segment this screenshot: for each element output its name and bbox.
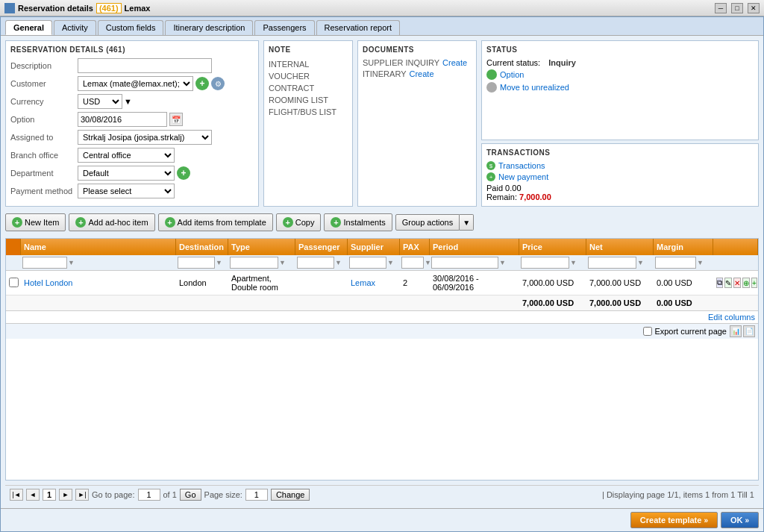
export-pdf-icon[interactable]: 📄	[743, 325, 755, 337]
total-price: 7,000.00 USD	[519, 295, 586, 310]
documents-panel: DOCUMENTS SUPPLIER INQUIRY Create ITINER…	[357, 40, 477, 207]
th-price: Price	[519, 239, 586, 255]
customer-settings-button[interactable]: ⚙	[211, 77, 225, 90]
customer-label: Customer	[10, 79, 78, 88]
filter-margin-input[interactable]	[655, 257, 696, 269]
go-to-page-input[interactable]	[138, 489, 160, 501]
filter-name-input[interactable]	[22, 257, 67, 269]
filter-period-input[interactable]	[431, 257, 498, 269]
close-button[interactable]: ✕	[748, 3, 760, 13]
tab-custom-fields[interactable]: Custom fields	[98, 20, 164, 35]
supplier-link[interactable]: Lemax	[351, 278, 375, 287]
new-item-button[interactable]: + New Item	[5, 213, 66, 231]
tab-activity[interactable]: Activity	[54, 20, 96, 35]
description-row: Description	[10, 58, 254, 73]
last-page-button[interactable]: ►|	[75, 489, 89, 501]
current-status-value: Inquiry	[548, 58, 576, 67]
tab-passengers[interactable]: Passengers	[254, 20, 314, 35]
row-checkbox[interactable]	[9, 278, 19, 287]
option-link[interactable]: Option	[500, 70, 524, 79]
filter-period-cell: ▼	[430, 255, 519, 270]
calendar-icon[interactable]: 📅	[169, 113, 183, 126]
filter-name-icon[interactable]: ▼	[68, 259, 75, 266]
filter-price-input[interactable]	[521, 257, 569, 269]
add-customer-button[interactable]: +	[195, 77, 209, 90]
note-contract[interactable]: CONTRACT	[269, 82, 348, 94]
transactions-link[interactable]: Transactions	[498, 161, 545, 170]
edit-columns-link[interactable]: Edit columns	[708, 313, 755, 322]
filter-net-icon[interactable]: ▼	[637, 259, 644, 266]
payment-method-label: Payment method	[10, 187, 78, 195]
filter-supp-icon[interactable]: ▼	[387, 259, 394, 266]
note-flight[interactable]: FLIGHT/BUS LIST	[269, 106, 348, 118]
edit-row-icon[interactable]: ✎	[724, 278, 732, 288]
extra-row-icon[interactable]: +	[751, 278, 757, 288]
filter-pass-icon[interactable]: ▼	[335, 259, 342, 266]
page-size-input[interactable]	[245, 489, 268, 501]
currency-select[interactable]: USD	[78, 94, 122, 109]
payment-method-select[interactable]: Please select	[78, 184, 175, 198]
option-date-input[interactable]	[78, 112, 167, 127]
itinerary-create[interactable]: Create	[409, 69, 433, 78]
group-actions-main[interactable]: Group actions	[395, 214, 460, 231]
assigned-to-select[interactable]: Strkalj Josipa (josipa.strkalj)	[78, 130, 212, 145]
add-template-button[interactable]: + Add items from template	[158, 213, 273, 231]
tab-report[interactable]: Reservation report	[316, 20, 401, 35]
new-payment-row: + New payment	[486, 172, 754, 181]
filter-dest-cell: ▼	[176, 255, 228, 270]
filter-pass-cell: ▼	[295, 255, 348, 270]
create-template-button[interactable]: Create template »	[630, 512, 718, 528]
tab-general[interactable]: General	[5, 20, 52, 35]
add-adhoc-button[interactable]: + Add ad-hoc item	[69, 213, 154, 231]
filter-dest-input[interactable]	[178, 257, 215, 269]
table-header: Name Destination Type Passenger Supplier…	[6, 239, 758, 255]
export-checkbox[interactable]	[643, 327, 652, 336]
delete-row-icon[interactable]: ✕	[733, 278, 741, 288]
export-excel-icon[interactable]: 📊	[730, 325, 742, 337]
note-voucher[interactable]: VOUCHER	[269, 70, 348, 82]
note-rooming[interactable]: ROOMING LIST	[269, 94, 348, 106]
new-payment-link[interactable]: New payment	[498, 172, 548, 181]
filter-supp-input[interactable]	[349, 257, 386, 269]
copy-button[interactable]: + Copy	[276, 213, 322, 231]
filter-type-icon[interactable]: ▼	[279, 259, 286, 266]
filter-margin-icon[interactable]: ▼	[697, 259, 704, 266]
filter-pass-input[interactable]	[297, 257, 334, 269]
description-input[interactable]	[78, 58, 212, 73]
transactions-title: TRANSACTIONS	[486, 148, 754, 157]
restore-button[interactable]: □	[731, 3, 743, 13]
copy-icon: +	[283, 217, 293, 228]
total-pad	[21, 295, 176, 310]
th-checkbox	[6, 239, 21, 255]
tab-itinerary[interactable]: Itinerary description	[165, 20, 253, 35]
minimize-button[interactable]: ─	[715, 3, 727, 13]
ok-button[interactable]: OK »	[721, 512, 759, 528]
filter-net-input[interactable]	[588, 257, 636, 269]
add-department-button[interactable]: +	[177, 166, 190, 180]
next-page-button[interactable]: ►	[59, 489, 72, 501]
prev-page-button[interactable]: ◄	[26, 489, 40, 501]
copy-row-icon[interactable]: ⧉	[716, 278, 723, 288]
note-internal[interactable]: INTERNAL	[269, 58, 348, 70]
filter-period-icon[interactable]: ▼	[499, 259, 506, 266]
filter-pax-input[interactable]	[401, 257, 424, 269]
department-select[interactable]: Default	[78, 166, 175, 181]
create-template-arrow: »	[704, 516, 708, 525]
hotel-london-link[interactable]: Hotel London	[24, 278, 72, 287]
first-page-button[interactable]: |◄	[10, 489, 23, 501]
add-row-icon[interactable]: ⊕	[742, 278, 750, 288]
td-checkbox[interactable]	[6, 275, 21, 292]
group-actions-arrow[interactable]: ▼	[460, 214, 474, 231]
option-status-row: Option	[486, 69, 754, 80]
move-unrealized-link[interactable]: Move to unrealized	[500, 83, 569, 92]
supplier-inquiry-create[interactable]: Create	[442, 58, 467, 67]
customer-select[interactable]: Lemax (mate@lemax.net); :	[78, 76, 193, 91]
go-button[interactable]: Go	[180, 489, 201, 501]
filter-price-icon[interactable]: ▼	[570, 259, 577, 266]
group-actions-button: Group actions ▼	[395, 214, 474, 231]
instalments-button[interactable]: + Instalments	[324, 213, 392, 231]
filter-type-input[interactable]	[230, 257, 278, 269]
branch-office-select[interactable]: Central office	[78, 148, 175, 163]
change-button[interactable]: Change	[271, 489, 310, 501]
filter-dest-icon[interactable]: ▼	[216, 259, 222, 266]
